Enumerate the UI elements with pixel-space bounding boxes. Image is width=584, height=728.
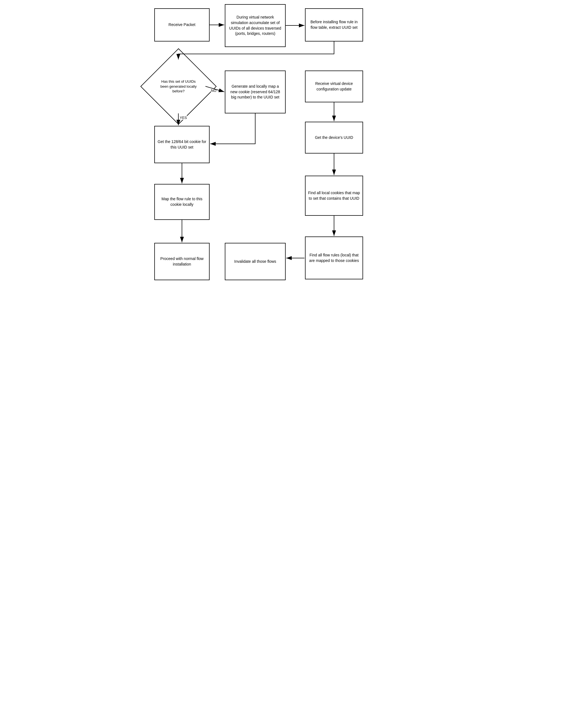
find-local-cookies-box: Find all local cookies that map to set t… [305,176,363,216]
accumulate-uuids-label: During virtual network simulation accumu… [228,15,283,36]
yes-label: YES [180,115,187,120]
generate-cookie-label: Generate and locally map a new cookie (r… [228,84,283,100]
get-device-uuid-label: Get the device's UUID [315,135,353,140]
no-label: NO [211,88,216,93]
uuid-decision-label: Has this set of UUIDs been generated loc… [152,74,206,99]
map-flow-rule-box: Map the flow rule to this cookie locally [154,184,210,220]
get-cookie-box: Get the 128/64 bit cookie for this UUID … [154,126,210,163]
extract-uuid-set-label: Before installing flow rule in flow tabl… [308,19,360,30]
proceed-normal-box: Proceed with normal flow installation [154,243,210,280]
uuid-decision-diamond: Has this set of UUIDs been generated loc… [152,59,206,113]
proceed-normal-label: Proceed with normal flow installation [157,256,207,267]
get-cookie-label: Get the 128/64 bit cookie for this UUID … [157,139,207,150]
receive-packet-label: Receive Packet [168,22,195,28]
map-flow-rule-label: Map the flow rule to this cookie locally [157,197,207,207]
find-flow-rules-label: Find all flow rules (local) that are map… [308,253,360,263]
invalidate-flows-label: Invalidate all those flows [234,259,276,264]
generate-cookie-box: Generate and locally map a new cookie (r… [225,71,286,113]
arrows-svg [146,0,438,364]
receive-virt-update-label: Receive virtual device configuration upd… [308,81,360,92]
find-local-cookies-label: Find all local cookies that map to set t… [308,190,360,201]
find-flow-rules-box: Find all flow rules (local) that are map… [305,236,363,279]
get-device-uuid-box: Get the device's UUID [305,122,363,154]
accumulate-uuids-box: During virtual network simulation accumu… [225,4,286,47]
receive-virt-update-box: Receive virtual device configuration upd… [305,71,363,102]
extract-uuid-set-box: Before installing flow rule in flow tabl… [305,8,363,42]
receive-packet-box: Receive Packet [154,8,210,42]
diagram-container: Receive Packet During virtual network si… [146,0,438,364]
invalidate-flows-box: Invalidate all those flows [225,243,286,280]
